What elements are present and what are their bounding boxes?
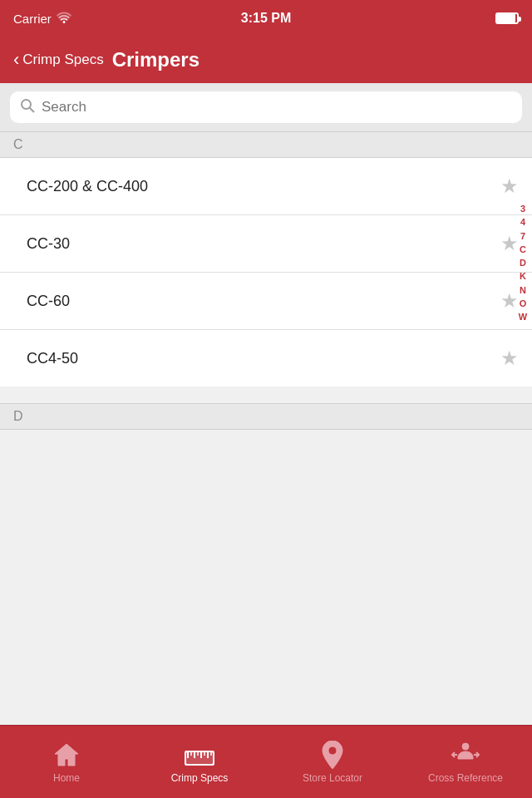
- section-c-items: CC-200 & CC-400 ★ CC-30 ★ CC-60 ★ CC4-50…: [0, 158, 532, 387]
- index-o[interactable]: O: [520, 298, 527, 309]
- svg-point-0: [22, 100, 31, 109]
- status-time: 3:15 PM: [241, 11, 291, 25]
- list-item[interactable]: CC4-50 ★: [0, 330, 532, 387]
- tab-store-locator[interactable]: Store Locator: [266, 726, 399, 798]
- tab-home-label: Home: [53, 772, 80, 784]
- back-button[interactable]: ‹ Crimp Specs: [13, 51, 104, 69]
- item-name: CC4-50: [27, 350, 78, 367]
- tab-crimp-specs[interactable]: Crimp Specs: [133, 726, 266, 798]
- carrier-label: Carrier: [13, 12, 52, 26]
- search-container: [0, 83, 532, 131]
- item-name: CC-30: [27, 235, 70, 253]
- search-input[interactable]: [42, 99, 512, 116]
- svg-line-1: [30, 108, 35, 113]
- section-header-c: C: [0, 131, 532, 158]
- back-chevron-icon: ‹: [13, 51, 19, 69]
- search-icon: [20, 98, 35, 116]
- crimp-specs-icon: [185, 741, 214, 769]
- wifi-icon: [57, 12, 71, 26]
- nav-header: ‹ Crimp Specs Crimpers: [0, 37, 532, 83]
- back-label: Crimp Specs: [22, 52, 103, 68]
- tab-cross-reference-label: Cross Reference: [428, 772, 503, 784]
- index-3[interactable]: 3: [520, 203, 525, 214]
- cross-reference-icon: [451, 741, 480, 769]
- svg-point-13: [462, 743, 469, 750]
- battery-icon: [495, 12, 519, 24]
- search-bar: [10, 91, 522, 123]
- svg-rect-3: [185, 751, 214, 765]
- index-n[interactable]: N: [520, 284, 526, 296]
- index-w[interactable]: W: [519, 311, 527, 323]
- section-spacer: [0, 387, 532, 403]
- list-item[interactable]: CC-60 ★: [0, 273, 532, 330]
- item-name: CC-200 & CC-400: [27, 178, 148, 195]
- index-sidebar: 3 4 7 C D K N O W: [514, 37, 532, 323]
- index-k[interactable]: K: [520, 270, 526, 282]
- favorite-star-icon[interactable]: ★: [500, 347, 519, 370]
- index-7[interactable]: 7: [520, 230, 525, 242]
- page-title: Crimpers: [112, 48, 200, 71]
- index-d[interactable]: D: [520, 257, 526, 268]
- index-4[interactable]: 4: [520, 216, 525, 228]
- list-item[interactable]: CC-200 & CC-400 ★: [0, 158, 532, 215]
- tab-home[interactable]: Home: [0, 726, 133, 798]
- tab-store-locator-label: Store Locator: [303, 772, 362, 784]
- list-item[interactable]: CC-30 ★: [0, 215, 532, 273]
- index-c[interactable]: C: [520, 244, 526, 255]
- tab-crimp-specs-label: Crimp Specs: [171, 772, 229, 784]
- tab-bar: Home Crimp Specs: [0, 725, 532, 798]
- home-icon: [52, 741, 81, 769]
- section-header-d: D: [0, 403, 532, 430]
- status-bar: Carrier 3:15 PM: [0, 0, 532, 37]
- list-content: C CC-200 & CC-400 ★ CC-30 ★ CC-60 ★ CC4-…: [0, 131, 532, 726]
- item-name: CC-60: [27, 293, 70, 310]
- store-locator-icon: [318, 741, 347, 769]
- tab-cross-reference[interactable]: Cross Reference: [399, 726, 532, 798]
